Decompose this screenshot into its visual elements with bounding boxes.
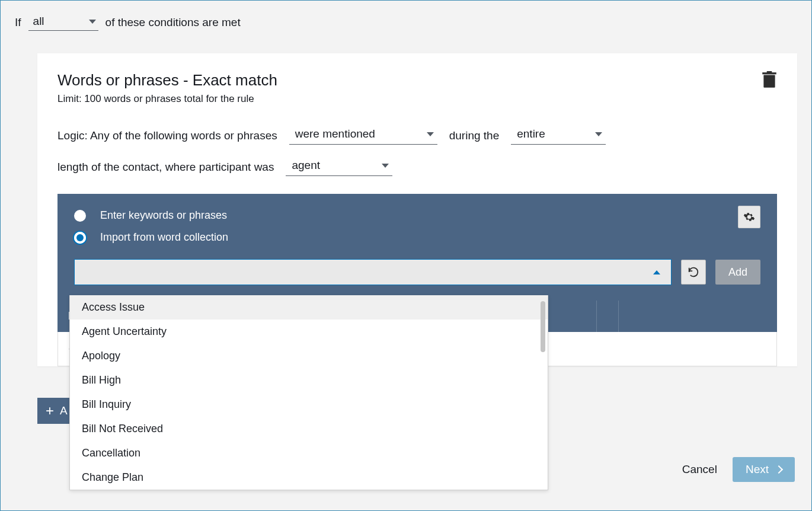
card-subtitle: Limit: 100 words or phrases total for th…: [57, 93, 777, 105]
word-collection-dropdown[interactable]: Access Issue Agent Uncertainty Apology B…: [69, 295, 548, 490]
next-label: Next: [746, 463, 769, 476]
dropdown-option[interactable]: Agent Uncertainty: [70, 320, 548, 344]
rules-editor-page: If all of these conditions are met Words…: [1, 1, 811, 510]
card-title: Words or phrases - Exact match: [57, 71, 777, 90]
cancel-button[interactable]: Cancel: [682, 463, 717, 476]
condition-quantifier-select[interactable]: all: [28, 14, 98, 31]
length-text: length of the contact, where participant…: [57, 161, 274, 174]
col-source: [597, 301, 619, 332]
radio-enter-keywords[interactable]: Enter keywords or phrases: [74, 209, 760, 222]
refresh-icon: [687, 266, 700, 279]
add-collection-button[interactable]: Add: [715, 260, 760, 285]
trash-icon: [762, 71, 777, 89]
next-button[interactable]: Next: [733, 457, 795, 482]
condition-line: If all of these conditions are met: [15, 14, 797, 31]
scope-value: entire: [517, 127, 545, 140]
word-collection-select[interactable]: [74, 259, 672, 285]
plus-icon: +: [46, 404, 54, 418]
chevron-down-icon: [89, 20, 96, 24]
scrollbar[interactable]: [541, 301, 545, 352]
radio-import-collection[interactable]: Import from word collection: [74, 231, 760, 244]
dropdown-option[interactable]: Bill Inquiry: [70, 392, 548, 417]
radio-icon-selected: [74, 232, 86, 244]
logic-prefix: Logic: Any of the following words or phr…: [57, 129, 277, 142]
chevron-up-icon: [653, 270, 660, 274]
gear-icon: [743, 211, 755, 223]
delete-rule-button[interactable]: [762, 71, 777, 89]
dropdown-option[interactable]: Access Issue: [70, 295, 548, 320]
chevron-down-icon: [595, 132, 602, 136]
condition-prefix: If: [15, 16, 21, 29]
condition-quantifier-value: all: [33, 15, 44, 28]
collection-select-row: Add: [74, 259, 760, 285]
svg-rect-2: [767, 71, 772, 73]
dropdown-option[interactable]: Apology: [70, 344, 548, 368]
scope-select[interactable]: entire: [511, 126, 606, 145]
participant-select[interactable]: agent: [286, 158, 392, 176]
chevron-down-icon: [382, 164, 389, 168]
chevron-down-icon: [427, 132, 434, 136]
during-text: during the: [449, 129, 500, 142]
dropdown-option[interactable]: Bill High: [70, 368, 548, 392]
dropdown-option[interactable]: Cancellation: [70, 441, 548, 465]
logic-row-1: Logic: Any of the following words or phr…: [57, 126, 777, 145]
chevron-right-icon: [775, 465, 783, 474]
panel-settings-button[interactable]: [738, 206, 760, 228]
refresh-button[interactable]: [681, 260, 706, 285]
keywords-panel: Enter keywords or phrases Import from wo…: [57, 194, 777, 301]
mention-value: were mentioned: [295, 127, 375, 140]
svg-rect-0: [763, 75, 775, 87]
dropdown-option[interactable]: Bill Not Received: [70, 417, 548, 441]
radio-enter-label: Enter keywords or phrases: [100, 209, 227, 222]
add-condition-label-visible: A: [60, 404, 68, 417]
participant-value: agent: [292, 159, 320, 172]
radio-icon: [74, 210, 86, 222]
radio-import-label: Import from word collection: [100, 231, 228, 244]
col-actions: [619, 301, 777, 332]
condition-suffix: of these conditions are met: [106, 16, 241, 29]
dropdown-option[interactable]: Change Plan: [70, 465, 548, 490]
mention-select[interactable]: were mentioned: [289, 126, 437, 145]
logic-row-2: length of the contact, where participant…: [57, 158, 777, 176]
wizard-footer: Cancel Next: [682, 457, 795, 482]
